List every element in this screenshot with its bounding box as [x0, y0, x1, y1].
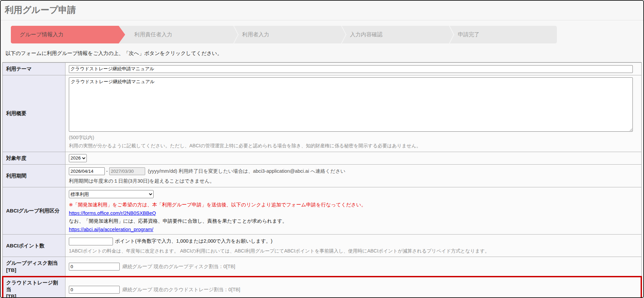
step-label: 利用責任者入力	[134, 31, 172, 38]
group-disk-label-unit: [TB]	[6, 267, 62, 274]
fiscal-year-select[interactable]: 2026	[69, 154, 87, 162]
step-label: 入力内容確認	[350, 31, 383, 38]
summary-help-note: 利用の実態が分かるように記載してください。ただし、ABCIの管理運営上特に必要と…	[69, 142, 638, 150]
usage-period-label: 利用期間	[3, 165, 65, 187]
cloud-storage-input[interactable]	[69, 286, 120, 294]
period-separator: -	[106, 168, 108, 174]
row-group-category: ABCIグループ利用区分 標準利用 ※「開発加速利用」をご希望の方は、本「利用グ…	[3, 187, 641, 235]
page-title: 利用グループ申請	[1, 1, 643, 20]
step-complete: 申請完了	[449, 26, 557, 43]
row-cloud-storage: クラウドストレージ割当 [TB] 継続グループ 現在のクラウドストレージ割当：0…	[3, 277, 641, 298]
row-group-disk: グループディスク割当 [TB] 継続グループ 現在のグループディスク割当：0[T…	[3, 257, 641, 277]
step-user-input: 利用者入力	[233, 26, 341, 43]
period-limit-note: 利用期間は年度末の１日前(3月30日)を超えることはできません。	[69, 177, 638, 185]
progress-stepper: グループ情報入力 利用責任者入力 利用者入力 入力内容確認 申請完了	[11, 26, 557, 43]
acceleration-program-link[interactable]: https://abci.ai/ja/acceleration_program/	[69, 227, 153, 232]
step-manager-input: 利用責任者入力	[119, 26, 233, 43]
fiscal-year-label: 対象年度	[3, 152, 65, 164]
group-category-label: ABCIグループ利用区分	[3, 187, 65, 234]
cloud-storage-current-note: 継続グループ 現在のクラウドストレージ割当：0[TB]	[122, 286, 240, 293]
group-disk-current-note: 継続グループ 現在のグループディスク割当：0[TB]	[122, 263, 235, 270]
usage-summary-label: 利用概要	[3, 75, 65, 151]
usage-theme-input[interactable]	[69, 65, 633, 73]
acceleration-requirement-note: なお、「開発加速利用」には、応募資格、申請要件に合致し、責務を果たすことが求めら…	[69, 217, 638, 225]
abci-points-label: ABCIポイント数	[3, 235, 65, 257]
usage-summary-textarea[interactable]: クラウドストレージ継続申請マニュアル	[69, 77, 633, 132]
row-usage-theme: 利用テーマ	[3, 63, 641, 75]
period-format-note: (yyyy/mm/dd) 利用終了日を変更したい場合は、abci3-applic…	[148, 168, 346, 174]
summary-char-limit-note: (500字以内)	[69, 134, 638, 142]
step-label: 申請完了	[458, 31, 480, 38]
cloud-storage-label: クラウドストレージ割当 [TB]	[3, 277, 65, 298]
step-label: 利用者入力	[242, 31, 269, 38]
points-pricing-note: 1ABCIポイントの料金は、年度毎に改定されます。 ABCIの利用においては、A…	[69, 247, 638, 255]
step-group-info: グループ情報入力	[11, 26, 119, 43]
abci-points-input[interactable]	[69, 238, 113, 245]
cloud-storage-label-unit: [TB]	[6, 293, 62, 298]
step-label: グループ情報入力	[20, 31, 63, 38]
application-form-table: 利用テーマ 利用概要 クラウドストレージ継続申請マニュアル (500字以内) 利…	[2, 62, 642, 298]
group-category-select[interactable]: 標準利用	[69, 190, 154, 198]
row-usage-summary: 利用概要 クラウドストレージ継続申請マニュアル (500字以内) 利用の実態が分…	[3, 75, 641, 152]
acceleration-warning-text: ※「開発加速利用」をご希望の方は、本「利用グループ申請」を送信後、以下のリンクよ…	[69, 201, 638, 209]
period-start-input[interactable]	[69, 167, 105, 175]
step-confirm: 入力内容確認	[341, 26, 449, 43]
row-abci-points: ABCIポイント数 ポイント(半角数字で入力、1,000または2,000で入力を…	[3, 235, 641, 257]
row-fiscal-year: 対象年度 2026	[3, 152, 641, 165]
points-unit-note: ポイント(半角数字で入力、1,000または2,000で入力をお願いします。)	[115, 237, 272, 245]
form-instruction: 以下のフォームに利用グループ情報をご入力の上、「次へ」ボタンをクリックしてくださ…	[1, 43, 643, 61]
group-disk-label: グループディスク割当 [TB]	[3, 257, 65, 276]
usage-theme-label: 利用テーマ	[3, 63, 65, 75]
row-usage-period: 利用期間 - (yyyy/mm/dd) 利用終了日を変更したい場合は、abci3…	[3, 165, 641, 187]
group-disk-input[interactable]	[69, 263, 120, 271]
period-end-input	[109, 167, 145, 175]
forms-office-link[interactable]: https://forms.office.com/r/2NB0SXBBeQ	[69, 210, 156, 216]
